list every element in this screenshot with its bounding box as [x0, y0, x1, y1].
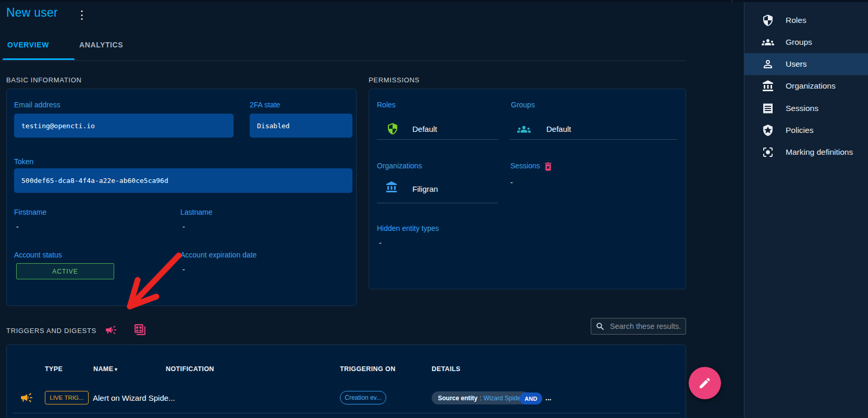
account-expiration-value: - [182, 265, 185, 274]
role-shield-icon [386, 122, 399, 135]
column-header-triggering-on[interactable]: TRIGGERING ON [340, 365, 396, 373]
active-tab-indicator [3, 58, 75, 60]
group-icon [517, 122, 531, 136]
sidebar-item-policies[interactable]: Policies [744, 119, 868, 141]
sidebar-item-groups[interactable]: Groups [744, 31, 868, 53]
triggering-on-chip: Creation ev... [340, 391, 386, 404]
hidden-entity-types-label: Hidden entity types [377, 224, 439, 232]
search-icon [595, 322, 605, 331]
organizations-value[interactable]: Filigran [412, 185, 438, 193]
triggers-digests-title: TRIGGERS AND DIGESTS [6, 327, 96, 335]
kebab-icon: ⋮ [76, 8, 88, 21]
lastname-value: - [182, 223, 185, 231]
search-box [591, 318, 686, 335]
details-filter-key: Source entity [438, 395, 478, 402]
twofa-field[interactable]: Disabled [250, 114, 352, 138]
trigger-name: Alert on Wizard Spide... [93, 394, 175, 402]
details-filter-value: Wizard Spider [483, 395, 522, 402]
twofa-label: 2FA state [250, 101, 280, 109]
column-header-notification[interactable]: NOTIFICATION [166, 365, 214, 373]
shield-half-icon [762, 14, 774, 27]
trigger-campaign-icon [20, 391, 33, 404]
edit-pencil-icon [698, 376, 712, 390]
column-header-details[interactable]: DETAILS [432, 365, 460, 373]
firstname-label: Firstname [14, 208, 46, 216]
more-options-button[interactable]: ⋮ [76, 7, 87, 23]
lastname-label: Lastname [180, 208, 212, 216]
search-input[interactable] [609, 322, 681, 331]
trigger-type-chip: LIVE TRIG... [45, 391, 89, 404]
roles-label: Roles [377, 101, 396, 109]
groups-divider [510, 139, 677, 140]
page-title: New user [6, 6, 58, 20]
bank-icon [762, 80, 774, 92]
organizations-label: Organizations [377, 162, 422, 170]
tabs-divider [0, 60, 686, 61]
hidden-entity-types-value: - [379, 239, 382, 247]
roles-value[interactable]: Default [412, 125, 437, 133]
account-status-badge: ACTIVE [16, 263, 114, 279]
center-focus-icon [762, 146, 774, 158]
firstname-value: - [16, 223, 19, 231]
tab-analytics[interactable]: ANALYTICS [79, 41, 123, 49]
account-expiration-label: Account expiration date [180, 251, 256, 259]
basic-information-card: Email address testing@opencti.io 2FA sta… [6, 89, 357, 306]
details-operator-chip: AND [520, 392, 542, 404]
sessions-value: - [510, 178, 513, 187]
tab-overview[interactable]: OVERVIEW [7, 41, 49, 49]
add-digest-icon[interactable] [133, 323, 146, 336]
token-field[interactable]: 500def65-dca8-4f4a-a22e-ab60ce5ca96d [14, 168, 352, 193]
email-field[interactable]: testing@opencti.io [14, 114, 234, 138]
permissions-title: PERMISSIONS [369, 76, 420, 84]
sidebar-item-marking-definitions[interactable]: Marking definitions [744, 141, 868, 163]
groups-value[interactable]: Default [546, 125, 571, 133]
shield-star-icon [762, 124, 774, 137]
token-label: Token [14, 157, 33, 166]
kill-sessions-icon[interactable] [543, 161, 554, 172]
email-label: Email address [14, 101, 60, 109]
details-filter-sep: : [480, 395, 481, 402]
opencti-user-overview-page: New user ⋮ OVERVIEW ANALYTICS BASIC INFO… [0, 0, 868, 418]
column-header-name[interactable]: NAME [93, 365, 113, 373]
sidebar-item-roles[interactable]: Roles [744, 9, 868, 31]
details-more-ellipsis: ... [545, 394, 552, 402]
groups-icon [762, 36, 774, 48]
roles-divider [377, 139, 498, 140]
add-trigger-icon[interactable] [105, 324, 117, 336]
sessions-label: Sessions [510, 162, 540, 170]
person-icon [762, 58, 774, 70]
organizations-divider [377, 203, 498, 203]
details-filter-chip: Source entity : Wizard Spider [432, 391, 529, 404]
column-header-type[interactable]: TYPE [45, 365, 63, 373]
row-divider [13, 413, 680, 413]
sidebar-item-organizations[interactable]: Organizations [744, 75, 868, 97]
topbar-edge [0, 0, 868, 2]
permissions-card: Roles Default Groups Default Organizatio… [369, 89, 686, 289]
basic-information-title: BASIC INFORMATION [6, 76, 82, 84]
sort-desc-icon[interactable]: ▼ [114, 367, 118, 372]
sidebar-item-sessions[interactable]: Sessions [744, 97, 868, 119]
receipt-icon [762, 102, 774, 115]
groups-label: Groups [511, 101, 535, 109]
triggers-table-panel [6, 345, 686, 418]
settings-accesses-drawer: Roles Groups Users Organizations Session… [744, 2, 868, 418]
sidebar-item-users[interactable]: Users [744, 53, 868, 75]
edit-user-fab[interactable] [689, 367, 721, 399]
account-status-label: Account status [14, 251, 62, 259]
organization-bank-icon [385, 181, 398, 193]
